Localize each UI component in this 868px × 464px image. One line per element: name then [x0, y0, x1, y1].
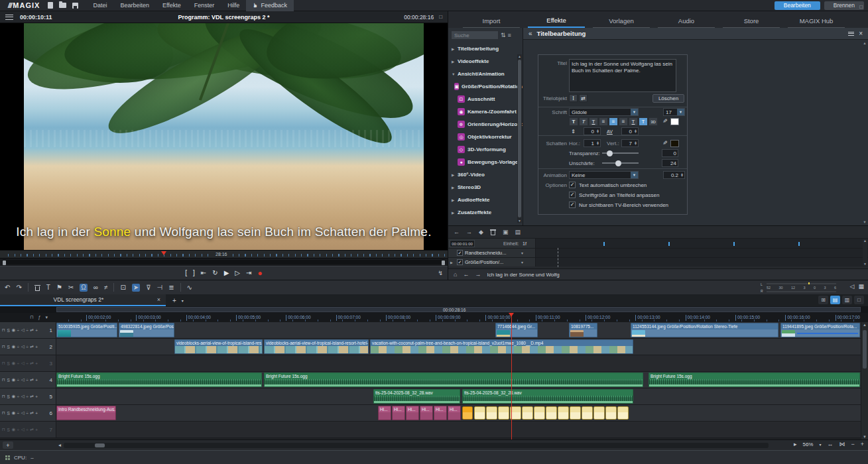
stretch-tool-icon[interactable]: ≣	[168, 284, 174, 291]
slider-knob[interactable]	[615, 160, 621, 166]
track-lock-icon[interactable]: ⊓	[2, 394, 5, 399]
scroll-up-icon[interactable]: ▲	[861, 323, 868, 327]
clip-card-yellow-14[interactable]	[546, 406, 557, 420]
back-icon[interactable]: «	[528, 30, 532, 37]
tab-vorlagen[interactable]: Vorlagen	[593, 17, 650, 28]
video-preview[interactable]: Ich lag in der Sonne und Wolfgang las se…	[0, 23, 448, 250]
timeline-ruler[interactable]: ⊓ ƒ ▾ 00:00:02:0000:00:03:0000:00:04:000…	[0, 313, 868, 322]
record-icon[interactable]: ●	[257, 269, 262, 277]
menu-effekte[interactable]: Effekte	[156, 0, 188, 11]
clip-hi-5[interactable]: Hi...	[434, 406, 447, 420]
curve-tool-icon[interactable]: ∿	[187, 284, 192, 291]
align-right-button[interactable]: ≡	[619, 117, 628, 126]
burn-mode-button[interactable]: Brennen	[824, 1, 864, 10]
scroll-left-icon[interactable]: ◂	[58, 442, 61, 448]
track-select-tool-icon[interactable]: ⊽	[146, 284, 151, 291]
font-family-dropdown[interactable]: Gidole ▼	[569, 108, 639, 116]
spinner-arrows-icon[interactable]: ▴▾	[633, 141, 638, 146]
search-input[interactable]	[451, 30, 499, 40]
track-resize-icon[interactable]: +	[35, 378, 38, 382]
tab-list-dropdown-icon[interactable]: ▾	[182, 298, 184, 303]
track-mute-icon[interactable]: ◁	[21, 377, 25, 382]
track-mute-icon[interactable]: ◁	[21, 327, 25, 333]
italic-button[interactable]: T	[579, 117, 588, 126]
track-solo-icon[interactable]: S	[7, 345, 10, 349]
razor-icon[interactable]: ✂	[68, 284, 74, 291]
tab-audio[interactable]: Audio	[658, 17, 715, 28]
effects-item-titelbearbeitung[interactable]: ▶Titelbearbeitung	[448, 42, 523, 55]
track-resize-icon[interactable]: +	[35, 394, 38, 399]
track-pan-icon[interactable]: ÷	[26, 328, 29, 333]
effects-item-objektivkorrektur[interactable]: ◎Objektivkorrektur	[448, 131, 523, 143]
object-prev-icon[interactable]: ←	[463, 272, 469, 278]
track-mute-icon[interactable]: ◁	[21, 394, 25, 399]
add-tab-icon[interactable]: +	[172, 297, 176, 304]
clip-bright-future-15s-ogg-0[interactable]: Bright Future 15s.ogg	[56, 373, 262, 387]
dropdown-arrow-icon[interactable]: ▾	[521, 251, 535, 255]
track-lock-icon[interactable]: ⊓	[2, 377, 5, 382]
maximize-panel-icon[interactable]: □	[859, 4, 863, 10]
track-pan-icon[interactable]: ÷	[26, 428, 29, 432]
align-center-button[interactable]: ≡	[609, 117, 618, 126]
underline-button[interactable]: T	[589, 117, 598, 126]
track-transition-icon[interactable]: ⇄	[30, 410, 33, 416]
track-lane-5[interactable]: tts-25-04-2025-08_32_28.wavtts-25-04-202…	[56, 388, 868, 404]
track-curve-icon[interactable]: ÷	[17, 345, 20, 349]
track-resize-icon[interactable]: +	[35, 361, 38, 366]
keyframe-scrollbar[interactable]: ▲ ▼	[863, 239, 867, 266]
clip-card-yellow-13[interactable]	[534, 406, 545, 420]
track-lane-6[interactable]: Intro Randbeschneidung-Aus...Hi...Hi...H…	[56, 405, 868, 421]
track-curve-icon[interactable]: ÷	[17, 411, 20, 416]
track-header-5[interactable]: ⊓S◉÷◁÷⇄+5	[0, 388, 56, 404]
track-pan-icon[interactable]: ÷	[26, 345, 29, 349]
fit-object-icon[interactable]: ⋈	[839, 441, 845, 447]
clip-hi-3[interactable]: Hi...	[406, 406, 419, 420]
effects-item-stereo3d[interactable]: ▶Stereo3D	[448, 181, 523, 194]
scroll-down-icon[interactable]: ▼	[861, 435, 868, 439]
timeline-range-bar[interactable]: 00:00:28:16	[0, 306, 868, 313]
track-mute-icon[interactable]: ◁	[21, 344, 25, 349]
track-monitor-icon[interactable]: ◉	[11, 361, 15, 366]
track-options-icon[interactable]: ▾	[45, 315, 48, 320]
mirror-button[interactable]: ⇄	[579, 94, 588, 102]
effects-item-360-video[interactable]: ▶360°-Video	[448, 168, 523, 181]
scroll-right-icon[interactable]: ▸	[794, 441, 797, 447]
slider-knob[interactable]	[607, 150, 613, 156]
add-track-button[interactable]: +	[3, 441, 13, 449]
track-curve-icon[interactable]: ÷	[17, 378, 20, 382]
effects-item-bewegungs-vorlagen[interactable]: ●Bewegungs-Vorlagen	[448, 156, 523, 168]
clip-card-yellow-17[interactable]	[582, 406, 593, 420]
scroll-handle-right[interactable]	[442, 261, 445, 265]
tab-import[interactable]: Import	[463, 17, 520, 28]
clip-card-yellow-12[interactable]	[522, 406, 533, 420]
playhead-line[interactable]	[511, 313, 512, 439]
option-nur-sichtbaren-tv-bereich-verwenden[interactable]: ✓Nur sichtbaren TV-Bereich verwenden	[569, 201, 668, 209]
track-monitor-icon[interactable]: ◉	[11, 394, 15, 399]
clip-498322814-jpeg-größe-pos-1[interactable]: 498322814.jpeg Größe/Pos...	[119, 323, 174, 337]
clip-videoblocks-aerial-view-of-tropical-island-resort-hotel-wit-1[interactable]: videoblocks-aerial-view-of-tropical-isla…	[264, 339, 369, 354]
tab-store[interactable]: Store	[723, 17, 780, 28]
track-resize-icon[interactable]: +	[35, 411, 38, 416]
prev-keyframe-icon[interactable]: ←	[454, 229, 460, 235]
preview-scroll-track[interactable]	[2, 260, 446, 264]
text-3d-button[interactable]: 3D	[649, 117, 658, 126]
spinner-arrows-icon[interactable]: ▴▾	[633, 129, 638, 134]
effects-scrollbar[interactable]: ▲ ▼	[517, 54, 522, 223]
dropdown-arrow-icon[interactable]: ▾	[521, 260, 535, 264]
track-solo-icon[interactable]: S	[7, 428, 10, 432]
blur-slider[interactable]	[602, 159, 639, 167]
link-icon[interactable]: ∞	[93, 284, 98, 291]
track-curve-icon[interactable]: ÷	[17, 428, 20, 432]
track-lane-4[interactable]: Bright Future 15s.oggBright Future 15s.o…	[56, 372, 868, 388]
keyframe-lane[interactable]	[536, 258, 868, 266]
timeline-vscrollbar[interactable]: ▲ ▼	[861, 322, 868, 439]
track-solo-icon[interactable]: S	[7, 378, 10, 382]
expand-icon[interactable]: ▶	[450, 261, 455, 264]
effects-item-ansicht-animation[interactable]: ▼Ansicht/Animation	[448, 68, 523, 80]
track-lock-all-icon[interactable]: ⊓	[30, 315, 33, 320]
clip-card-yellow-10[interactable]	[498, 406, 509, 420]
shadow-color-picker-icon[interactable]: ✎	[661, 139, 669, 147]
dropdown-arrow-icon[interactable]: ▼	[631, 109, 638, 115]
checkbox-checked[interactable]: ✓	[569, 192, 576, 198]
clip-tts-25-04-2025-08-32-28-wav-1[interactable]: tts-25-04-2025-08_32_28.wav	[462, 389, 633, 404]
